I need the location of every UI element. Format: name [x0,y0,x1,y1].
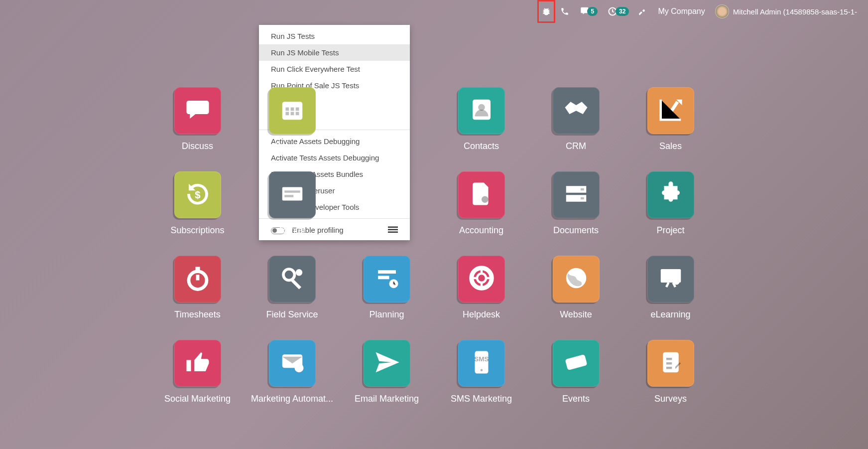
app-rental[interactable]: Rental [245,171,340,236]
app-accounting[interactable]: Accounting [434,171,529,236]
chat-icon [184,96,211,125]
svg-point-24 [283,269,295,281]
menuitem-run-js-mobile-tests[interactable]: Run JS Mobile Tests [259,44,410,61]
app-label: Timesheets [174,309,220,320]
svg-point-38 [480,369,483,372]
app-tile [174,256,221,302]
app-label: Contacts [464,141,499,151]
app-website[interactable]: Website [529,256,623,320]
app-label: Events [562,394,590,404]
app-label: eLearning [650,309,690,320]
svg-point-30 [477,274,486,283]
app-sms-marketing[interactable]: SMSSMS Marketing [434,340,529,404]
app-tile [647,256,694,302]
svg-rect-16 [282,187,302,201]
svg-rect-39 [565,354,587,370]
app-label: Field Service [266,309,318,320]
app-helpdesk[interactable]: Helpdesk [434,256,529,320]
app-subscriptions[interactable]: $Subscriptions [150,171,245,236]
svg-rect-20 [581,188,584,191]
app-label: Surveys [654,394,687,404]
ticket-icon [563,349,590,378]
svg-rect-17 [284,190,300,193]
svg-rect-8 [290,108,294,111]
svg-text:SMS: SMS [474,355,489,363]
mailgear-icon [279,349,306,378]
app-label: Planning [369,309,404,320]
survey-icon [657,349,684,378]
settings-button[interactable] [634,0,653,23]
app-tile [647,171,694,218]
app-marketing-automat[interactable]: Marketing Automat... [245,340,340,404]
app-events[interactable]: Events [529,340,623,404]
svg-rect-12 [295,112,299,116]
app-label: Email Marketing [355,394,419,404]
tools-icon [639,7,648,16]
svg-rect-23 [195,267,200,271]
menuitem-run-click-everywhere-test[interactable]: Run Click Everywhere Test [259,61,410,77]
app-tile [458,87,505,134]
company-selector[interactable]: My Company [653,0,710,23]
stopwatch-icon [184,265,211,294]
svg-point-25 [295,269,302,276]
phone-icon [560,7,569,16]
app-tile [269,171,316,218]
svg-point-19 [482,196,489,203]
app-contacts[interactable]: Contacts [434,87,529,151]
planning-icon [373,265,400,294]
svg-rect-26 [378,270,396,274]
messages-button[interactable]: 5 [574,0,603,23]
app-field-service[interactable]: Field Service [245,256,340,320]
app-social-marketing[interactable]: Social Marketing [150,340,245,404]
rental-icon [279,180,306,209]
user-menu[interactable]: Mitchell Admin (14589858-saas-15-1- [710,0,862,23]
app-tile [458,256,505,302]
app-planning[interactable]: Planning [340,256,434,320]
messages-badge: 5 [587,7,598,16]
app-crm[interactable]: CRM [529,87,623,151]
app-tile [174,340,221,387]
app-tile [174,87,221,134]
menuitem-run-js-tests[interactable]: Run JS Tests [259,28,410,44]
app-label: Accounting [459,225,503,236]
app-timesheets[interactable]: Timesheets [150,256,245,320]
app-project[interactable]: Project [623,171,718,236]
handshake-icon [563,96,590,125]
user-name: Mitchell Admin (14589858-saas-15-1- [733,7,857,16]
debug-menu-button[interactable] [537,0,555,23]
app-tile [647,87,694,134]
app-label: Social Marketing [164,394,231,404]
svg-text:$: $ [195,189,200,200]
app-discuss[interactable]: Discuss [150,87,245,151]
app-surveys[interactable]: Surveys [623,340,718,404]
app-calendar[interactable]: Calendar [245,87,340,151]
app-documents[interactable]: Documents [529,171,623,236]
app-tile [269,256,316,302]
app-label: Calendar [274,141,310,151]
app-sales[interactable]: Sales [623,87,718,151]
app-label: Documents [553,225,599,236]
svg-rect-18 [284,195,293,197]
contact-icon [468,96,495,125]
puzzle-icon [657,180,684,209]
svg-rect-11 [290,112,294,116]
app-label: Sales [659,141,682,151]
activities-button[interactable]: 32 [603,0,634,23]
voip-phone-button[interactable] [555,0,574,23]
app-grid: DiscussCalendarTo-doContactsCRMSales$Sub… [0,87,868,404]
svg-rect-10 [285,112,289,116]
app-elearning[interactable]: eLearning [623,256,718,320]
inbox-icon [563,180,590,209]
app-label: Marketing Automat... [251,394,333,404]
bug-icon [541,6,551,16]
wrenchgear-icon [279,265,306,294]
svg-rect-7 [285,108,289,111]
app-tile [553,340,600,387]
board-icon [657,265,684,294]
docgear-icon [468,180,495,209]
app-email-marketing[interactable]: Email Marketing [340,340,434,404]
app-label: CRM [566,141,586,151]
app-tile [269,87,316,134]
app-tile [647,340,694,387]
app-label: Rental [279,225,305,236]
